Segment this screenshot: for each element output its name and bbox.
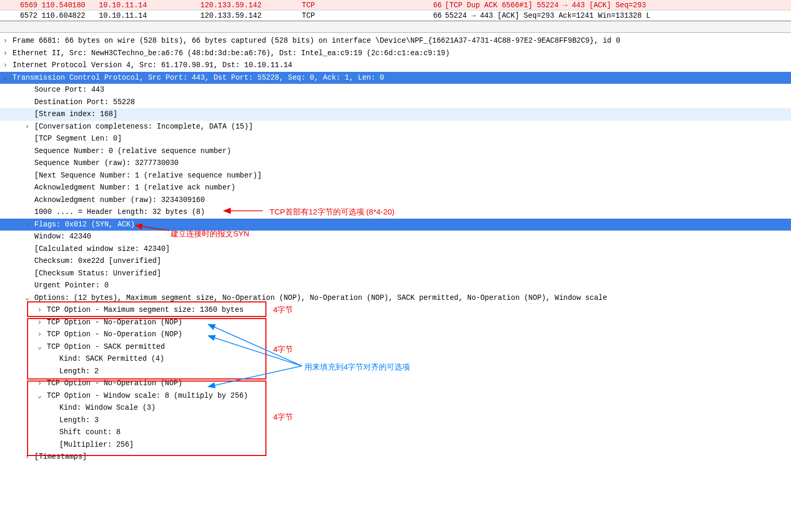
col-length: 66: [424, 10, 445, 20]
tree-calcwin[interactable]: [Calculated window size: 42340]: [0, 243, 791, 256]
tree-dstport[interactable]: Destination Port: 55228: [0, 96, 791, 109]
col-number: 6569: [0, 0, 42, 10]
tree-flags[interactable]: ›Flags: 0x012 (SYN, ACK): [0, 219, 791, 231]
collapse-icon[interactable]: ⌄: [3, 72, 12, 84]
col-protocol: TCP: [302, 10, 424, 20]
tree-opt-nop[interactable]: ›TCP Option - No-Operation (NOP): [0, 328, 791, 341]
tree-opt-ws-mult[interactable]: [Multiplier: 256]: [0, 439, 791, 451]
col-time: 110.540180: [42, 0, 99, 10]
expand-icon[interactable]: ›: [25, 451, 34, 463]
col-info: 55224 → 443 [ACK] Seq=293 Ack=1241 Win=1…: [445, 10, 791, 20]
collapse-icon[interactable]: ⌄: [25, 292, 34, 305]
expand-icon[interactable]: ›: [37, 304, 47, 316]
col-source: 10.10.11.14: [99, 10, 200, 20]
tree-ip[interactable]: ›Internet Protocol Version 4, Src: 61.17…: [0, 59, 791, 72]
tree-opt-ws[interactable]: ⌄TCP Option - Window scale: 8 (multiply …: [0, 390, 791, 402]
tree-ackraw[interactable]: Acknowledgment number (raw): 3234309160: [0, 194, 791, 207]
tree-seqnum[interactable]: Sequence Number: 0 (relative sequence nu…: [0, 145, 791, 158]
tree-opt-sack-kind[interactable]: Kind: SACK Permitted (4): [0, 353, 791, 365]
collapse-icon[interactable]: ⌄: [37, 390, 47, 402]
divider: [0, 21, 791, 33]
packet-row[interactable]: 6569 110.540180 10.10.11.14 120.133.59.1…: [0, 0, 791, 10]
expand-icon[interactable]: ›: [37, 316, 47, 329]
tree-opt-ws-len[interactable]: Length: 3: [0, 414, 791, 427]
tree-hdrlen[interactable]: 1000 .... = Header Length: 32 bytes (8): [0, 206, 791, 219]
col-number: 6572: [0, 10, 42, 20]
expand-icon[interactable]: ›: [37, 377, 47, 390]
tree-opt-nop[interactable]: ›TCP Option - No-Operation (NOP): [0, 377, 791, 390]
tree-seqraw[interactable]: Sequence Number (raw): 3277730030: [0, 157, 791, 170]
tree-frame[interactable]: ›Frame 6681: 66 bytes on wire (528 bits)…: [0, 35, 791, 47]
tree-ethernet[interactable]: ›Ethernet II, Src: NewH3CTechno_be:a6:76…: [0, 47, 791, 60]
expand-icon[interactable]: ›: [37, 328, 47, 341]
tree-opt-sack-len[interactable]: Length: 2: [0, 365, 791, 378]
tree-seglen[interactable]: [TCP Segment Len: 0]: [0, 133, 791, 145]
tree-conversation[interactable]: ›[Conversation completeness: Incomplete,…: [0, 121, 791, 133]
collapse-icon[interactable]: ⌄: [37, 341, 47, 353]
packet-list: 6569 110.540180 10.10.11.14 120.133.59.1…: [0, 0, 791, 21]
packet-row[interactable]: 6572 110.604822 10.10.11.14 120.133.59.1…: [0, 10, 791, 21]
expand-icon[interactable]: ›: [3, 47, 12, 60]
tree-opt-ws-shift[interactable]: Shift count: 8: [0, 426, 791, 439]
expand-icon[interactable]: ›: [3, 35, 12, 47]
tree-tcp[interactable]: ⌄Transmission Control Protocol, Src Port…: [0, 72, 791, 84]
tree-window[interactable]: Window: 42340: [0, 231, 791, 243]
tree-opt-nop[interactable]: ›TCP Option - No-Operation (NOP): [0, 316, 791, 329]
tree-opt-sack[interactable]: ⌄TCP Option - SACK permitted: [0, 341, 791, 353]
col-source: 10.10.11.14: [99, 0, 200, 10]
col-info: [TCP Dup ACK 6566#1] 55224 → 443 [ACK] S…: [445, 0, 791, 10]
tree-opt-mss[interactable]: ›TCP Option - Maximum segment size: 1360…: [0, 304, 791, 316]
col-destination: 120.133.59.142: [200, 10, 302, 20]
tree-chkstat[interactable]: [Checksum Status: Unverified]: [0, 268, 791, 280]
expand-icon[interactable]: ›: [25, 121, 34, 133]
tree-nextseq[interactable]: [Next Sequence Number: 1 (relative seque…: [0, 170, 791, 182]
col-length: 66: [424, 0, 445, 10]
tree-timestamps[interactable]: ›[Timestamps]: [0, 451, 791, 463]
expand-icon[interactable]: ›: [25, 219, 34, 231]
tree-acknum[interactable]: Acknowledgment Number: 1 (relative ack n…: [0, 182, 791, 194]
expand-icon[interactable]: ›: [3, 59, 12, 72]
packet-details: ›Frame 6681: 66 bytes on wire (528 bits)…: [0, 33, 791, 465]
col-destination: 120.133.59.142: [200, 0, 302, 10]
col-protocol: TCP: [302, 0, 424, 10]
col-time: 110.604822: [42, 10, 99, 20]
tree-checksum[interactable]: Checksum: 0xe22d [unverified]: [0, 255, 791, 268]
tree-options[interactable]: ⌄Options: (12 bytes), Maximum segment si…: [0, 292, 791, 305]
tree-stream[interactable]: [Stream index: 168]: [0, 108, 791, 121]
tree-srcport[interactable]: Source Port: 443: [0, 84, 791, 96]
tree-urgent[interactable]: Urgent Pointer: 0: [0, 280, 791, 292]
tree-opt-ws-kind[interactable]: Kind: Window Scale (3): [0, 402, 791, 414]
